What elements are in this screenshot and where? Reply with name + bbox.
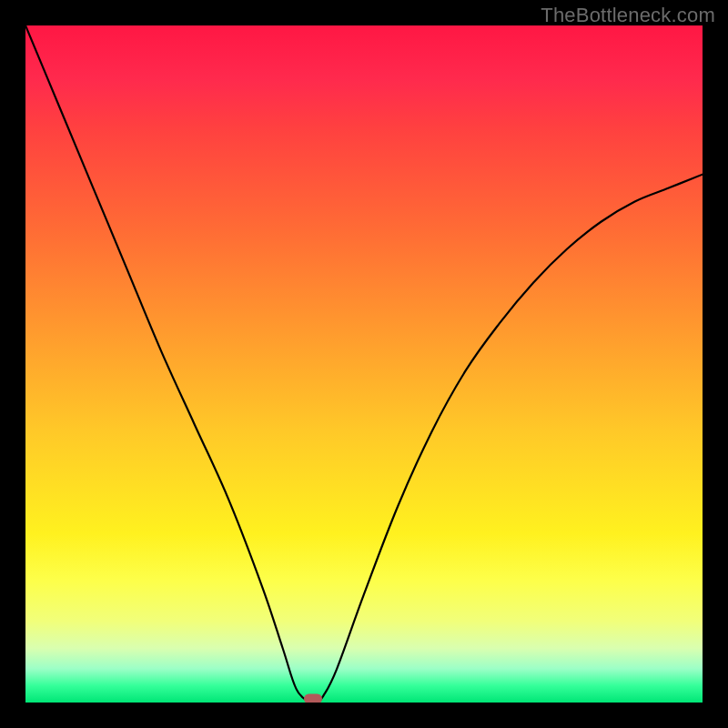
plot-area [25, 25, 703, 703]
watermark-text: TheBottleneck.com [541, 4, 715, 27]
chart-frame: TheBottleneck.com [0, 0, 728, 728]
bottleneck-curve [25, 25, 703, 703]
optimal-point-marker [304, 694, 322, 703]
